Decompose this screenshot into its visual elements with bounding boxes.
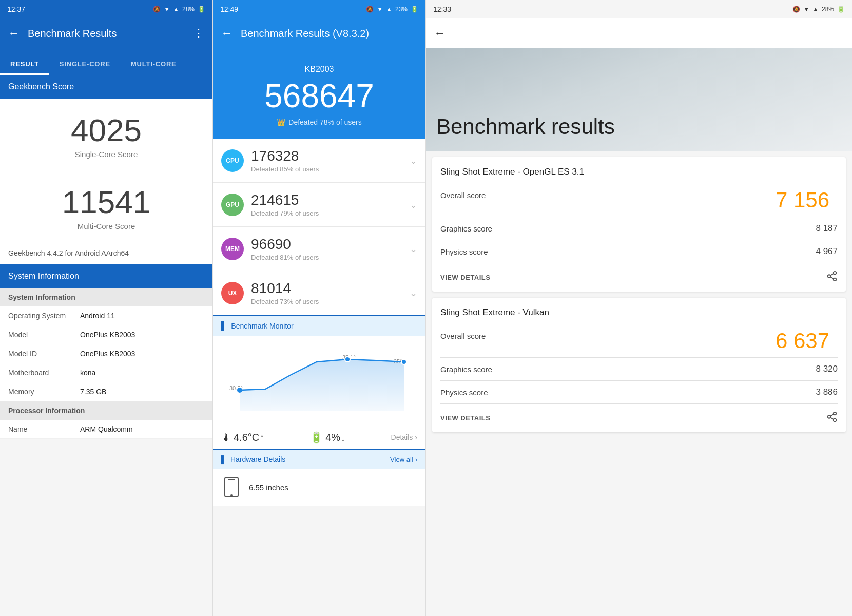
svg-line-12 <box>830 277 834 279</box>
opengl-graphics-row: Graphics score 8 187 <box>432 217 846 240</box>
svg-line-13 <box>830 274 834 276</box>
vulkan-share-icon[interactable] <box>826 411 838 425</box>
details-link[interactable]: Details › <box>391 433 417 441</box>
antutu-header: KB2003 568647 👑 Defeated 78% of users <box>213 48 425 139</box>
vulkan-physics-label: Physics score <box>440 388 488 397</box>
gpu-score-row[interactable]: GPU 214615 Defeated 79% of users ⌄ <box>213 183 425 227</box>
vulkan-card: Sling Shot Extreme - Vulkan Overall scor… <box>432 298 846 432</box>
back-button-2[interactable]: ← <box>221 27 233 40</box>
opengl-overall-label: Overall score <box>440 184 486 200</box>
benchmark-hero: Benchmark results <box>426 48 852 151</box>
single-core-block: 4025 Single-Core Score <box>0 99 212 170</box>
gpu-score-info: 214615 Defeated 79% of users <box>251 192 402 217</box>
tab-result[interactable]: RESULT <box>0 53 49 75</box>
battery-icon-3: 🔋 <box>837 6 845 13</box>
gpu-badge: GPU <box>221 194 244 216</box>
svg-point-15 <box>828 415 831 418</box>
svg-rect-7 <box>228 479 235 480</box>
battery-text-1: 28% <box>182 6 195 13</box>
sys-row-model: Model OnePlus KB2003 <box>0 325 212 344</box>
ux-score-row[interactable]: UX 81014 Defeated 73% of users ⌄ <box>213 271 425 315</box>
sys-row-proc-name: Name ARM Qualcomm <box>0 420 212 439</box>
back-button-3[interactable]: ← <box>434 27 446 40</box>
mem-score-info: 96690 Defeated 81% of users <box>251 236 402 261</box>
app-bar-title-1: Benchmark Results <box>28 28 185 40</box>
mem-badge: MEM <box>221 238 244 260</box>
opengl-action-row: VIEW DETAILS <box>432 263 846 292</box>
threedmark-panel: 12:33 🔕 ▼ ▲ 28% 🔋 ← Benchmark results Sl… <box>426 0 852 616</box>
status-icons-2: 🔕 ▼ ▲ 23% 🔋 <box>366 6 418 13</box>
phone-icon <box>221 477 242 497</box>
status-bar-2: 12:49 🔕 ▼ ▲ 23% 🔋 <box>213 0 425 18</box>
tab-single-core[interactable]: SINGLE-CORE <box>49 53 121 75</box>
tabs-bar-1: RESULT SINGLE-CORE MULTI-CORE <box>0 48 212 75</box>
system-info-header: System Information <box>0 264 212 288</box>
ux-score-number: 81014 <box>251 280 402 297</box>
opengl-graphics-value: 8 187 <box>816 223 838 234</box>
svg-line-18 <box>830 414 834 416</box>
cpu-score-number: 176328 <box>251 148 402 164</box>
gpu-score-number: 214615 <box>251 192 402 208</box>
sys-row-os: Operating System Android 11 <box>0 306 212 325</box>
svg-point-4 <box>345 357 350 362</box>
signal-icon-3: ▼ <box>803 6 809 13</box>
opengl-view-details-button[interactable]: VIEW DETAILS <box>440 274 490 281</box>
svg-point-9 <box>834 272 837 275</box>
wifi-icon-3: ▲ <box>812 6 819 13</box>
arrow-right-icon: › <box>415 456 417 464</box>
thermometer-icon: 🌡 <box>221 432 231 444</box>
benchmark-monitor-header: ▌ Benchmark Monitor <box>213 315 425 336</box>
vulkan-graphics-row: Graphics score 8 320 <box>432 358 846 380</box>
vulkan-physics-row: Physics score 3 886 <box>432 381 846 403</box>
vulkan-view-details-button[interactable]: VIEW DETAILS <box>440 414 490 422</box>
signal-icon-2: ▲ <box>386 6 392 13</box>
hardware-details-header: ▌ Hardware Details View all › <box>213 449 425 469</box>
status-time-1: 12:37 <box>7 5 25 13</box>
app-bar-2: ← Benchmark Results (V8.3.2) <box>213 18 425 48</box>
notification-icon-2: 🔕 <box>366 6 374 13</box>
vulkan-graphics-label: Graphics score <box>440 365 492 374</box>
svg-point-5 <box>401 359 406 364</box>
gpu-defeated-text: Defeated 79% of users <box>251 209 402 217</box>
opengl-card-title: Sling Shot Extreme - OpenGL ES 3.1 <box>432 157 846 178</box>
status-bar-1: 12:37 🔕 ▼ ▲ 28% 🔋 <box>0 0 212 18</box>
sys-row-memory: Memory 7.35 GB <box>0 382 212 401</box>
antutu-panel: 12:49 🔕 ▼ ▲ 23% 🔋 ← Benchmark Results (V… <box>213 0 426 616</box>
chart-footer: 🌡 4.6°C↑ 🔋 4%↓ Details › <box>213 426 425 449</box>
more-button-1[interactable]: ⋮ <box>193 27 204 40</box>
status-icons-1: 🔕 ▼ ▲ 28% 🔋 <box>153 6 205 13</box>
battery-icon-2: 🔋 <box>411 6 418 13</box>
ux-chevron-icon: ⌄ <box>410 287 417 299</box>
sys-row-model-id: Model ID OnePlus KB2003 <box>0 344 212 363</box>
app-bar-3: ← <box>426 18 852 48</box>
svg-rect-6 <box>225 477 238 497</box>
crown-icon: 👑 <box>277 118 285 126</box>
ux-defeated-text: Defeated 73% of users <box>251 298 402 305</box>
mem-chevron-icon: ⌄ <box>410 243 417 255</box>
back-button-1[interactable]: ← <box>8 27 20 40</box>
vulkan-overall-label: Overall score <box>440 324 486 340</box>
view-all-link[interactable]: View all › <box>390 456 417 464</box>
app-bar-title-2: Benchmark Results (V8.3.2) <box>241 28 417 40</box>
chevron-right-icon: › <box>415 433 417 441</box>
mem-score-row[interactable]: MEM 96690 Defeated 81% of users ⌄ <box>213 227 425 271</box>
single-core-label: Single-Core Score <box>8 150 204 159</box>
results-scroll[interactable]: Sling Shot Extreme - OpenGL ES 3.1 Overa… <box>426 151 852 616</box>
cpu-chevron-icon: ⌄ <box>410 155 417 166</box>
battery-text-2: 23% <box>395 6 408 13</box>
cpu-score-row[interactable]: CPU 176328 Defeated 85% of users ⌄ <box>213 139 425 183</box>
status-icons-3: 🔕 ▼ ▲ 28% 🔋 <box>792 6 845 13</box>
vulkan-overall-row: Overall score 6 637 <box>432 318 846 357</box>
temperature-chart: 30.5° 35.1° 35° <box>221 344 417 416</box>
antutu-defeated-text: 👑 Defeated 78% of users <box>221 118 417 126</box>
gpu-chevron-icon: ⌄ <box>410 199 417 210</box>
sys-subheader: System Information <box>0 288 212 306</box>
multi-core-label: Multi-Core Score <box>8 222 204 230</box>
tab-multi-core[interactable]: MULTI-CORE <box>121 53 187 75</box>
vulkan-overall-score: 6 637 <box>767 324 838 355</box>
mem-score-number: 96690 <box>251 236 402 253</box>
opengl-share-icon[interactable] <box>826 271 838 284</box>
benchmark-hero-title: Benchmark results <box>436 115 615 139</box>
ux-score-info: 81014 Defeated 73% of users <box>251 280 402 305</box>
opengl-card: Sling Shot Extreme - OpenGL ES 3.1 Overa… <box>432 157 846 292</box>
